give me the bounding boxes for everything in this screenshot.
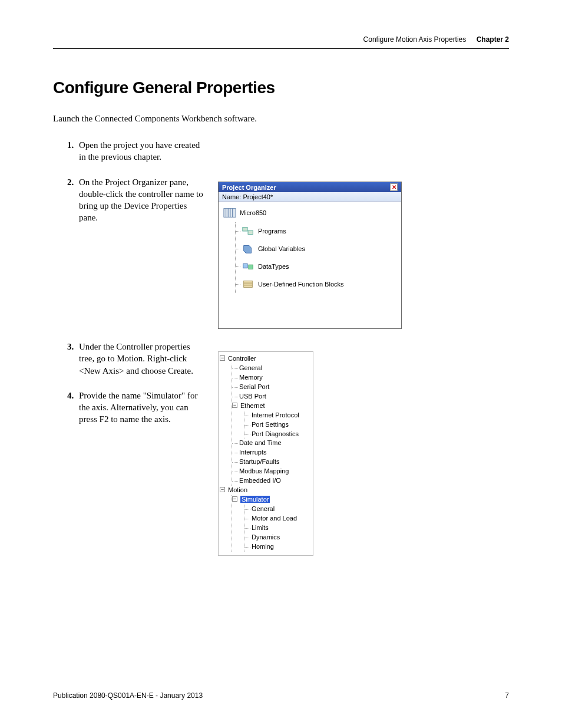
page-footer: Publication 2080-QS001A-EN-E - January 2… bbox=[53, 691, 509, 700]
controller-icon bbox=[223, 207, 236, 219]
collapse-icon[interactable]: − bbox=[232, 403, 237, 408]
svg-rect-9 bbox=[244, 281, 253, 288]
pt-sim-homing[interactable]: Homing bbox=[252, 542, 312, 552]
pt-sim-limits[interactable]: Limits bbox=[252, 523, 312, 533]
pt-general[interactable]: General bbox=[239, 364, 312, 373]
pt-embedded[interactable]: Embedded I/O bbox=[239, 476, 312, 486]
svg-rect-8 bbox=[249, 265, 253, 269]
step-2: On the Project Organizer pane, double-cl… bbox=[67, 176, 206, 224]
collapse-icon[interactable]: − bbox=[220, 355, 225, 361]
pt-memory[interactable]: Memory bbox=[239, 373, 312, 383]
svg-rect-7 bbox=[243, 263, 247, 268]
step-1: Open the project you have created in the… bbox=[67, 139, 206, 163]
datatypes-icon bbox=[242, 261, 254, 272]
intro-text: Launch the Connected Components Workbenc… bbox=[53, 114, 509, 124]
page-title: Configure General Properties bbox=[53, 78, 509, 97]
tree-item-programs[interactable]: Programs bbox=[258, 228, 286, 235]
pt-sim-motor[interactable]: Motor and Load bbox=[252, 514, 312, 523]
pt-serial[interactable]: Serial Port bbox=[239, 383, 312, 392]
globals-icon bbox=[242, 243, 254, 255]
footer-page-number: 7 bbox=[505, 691, 509, 700]
pt-startup[interactable]: Startup/Faults bbox=[239, 457, 312, 467]
project-organizer-title: Project Organizer bbox=[222, 184, 276, 191]
collapse-icon[interactable]: − bbox=[232, 496, 237, 502]
collapse-icon[interactable]: − bbox=[220, 487, 225, 492]
pt-sim-general[interactable]: General bbox=[252, 505, 312, 514]
pt-controller[interactable]: Controller bbox=[228, 355, 256, 362]
programs-icon bbox=[242, 225, 254, 237]
pt-modbus[interactable]: Modbus Mapping bbox=[239, 467, 312, 476]
pt-interrupts[interactable]: Interrupts bbox=[239, 448, 312, 457]
pt-usb[interactable]: USB Port bbox=[239, 392, 312, 401]
close-icon[interactable]: ✕ bbox=[390, 183, 398, 191]
step-3: Under the Controller properties tree, go… bbox=[67, 341, 206, 377]
pt-ethernet[interactable]: Ethernet bbox=[240, 402, 265, 409]
svg-rect-5 bbox=[243, 228, 247, 231]
tree-root-label[interactable]: Micro850 bbox=[240, 209, 266, 216]
udfb-icon bbox=[242, 278, 254, 290]
pt-ip[interactable]: Internet Protocol bbox=[252, 411, 312, 420]
page-header: Configure Motion Axis Properties Chapter… bbox=[53, 35, 509, 49]
project-organizer-pane: Project Organizer ✕ Name: Project40* Mic… bbox=[218, 182, 402, 329]
tree-item-globals[interactable]: Global Variables bbox=[258, 245, 305, 252]
project-name-value: Project40* bbox=[243, 193, 273, 200]
steps-list-part2: Under the Controller properties tree, go… bbox=[53, 341, 206, 426]
svg-rect-0 bbox=[224, 209, 236, 218]
pt-portset[interactable]: Port Settings bbox=[252, 420, 312, 430]
tree-item-datatypes[interactable]: DataTypes bbox=[258, 263, 289, 270]
pt-motion[interactable]: Motion bbox=[228, 486, 247, 493]
header-chapter: Chapter 2 bbox=[477, 35, 509, 44]
project-name-label: Name: bbox=[222, 193, 241, 200]
footer-publication: Publication 2080-QS001A-EN-E - January 2… bbox=[53, 691, 203, 700]
properties-tree: − Controller General Memory Serial Port … bbox=[218, 351, 313, 556]
tree-item-udfb[interactable]: User-Defined Function Blocks bbox=[258, 281, 344, 288]
pt-sim-dynamics[interactable]: Dynamics bbox=[252, 533, 312, 542]
pt-portdiag[interactable]: Port Diagnostics bbox=[252, 430, 312, 439]
pt-date[interactable]: Date and Time bbox=[239, 439, 312, 448]
steps-list-part1: Open the project you have created in the… bbox=[53, 139, 206, 224]
step-4: Provide the name "Simulator" for the axi… bbox=[67, 390, 206, 426]
svg-rect-6 bbox=[248, 230, 253, 234]
header-section: Configure Motion Axis Properties bbox=[363, 35, 467, 44]
pt-simulator[interactable]: Simulator bbox=[240, 496, 270, 503]
